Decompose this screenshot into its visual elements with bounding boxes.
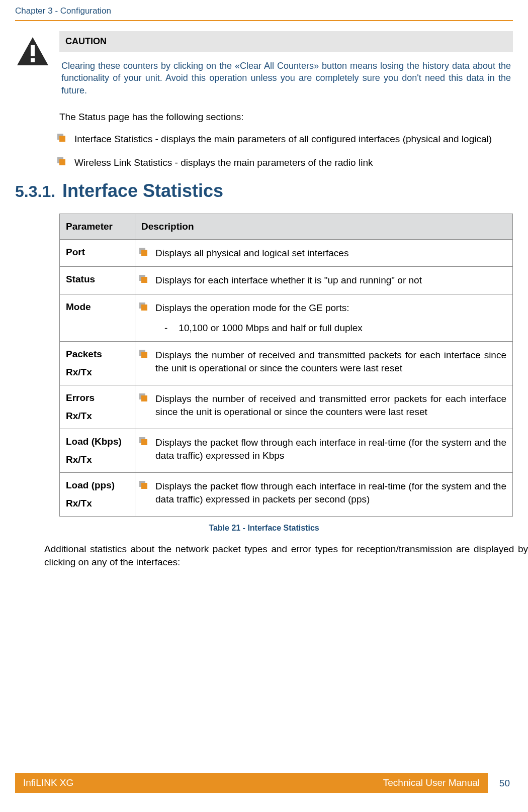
table-caption: Table 21 - Interface Statistics [0, 524, 528, 533]
footer-bar: InfiLINK XG Technical User Manual [15, 773, 488, 793]
param-cell: Load (Kbps)Rx/Tx [60, 429, 135, 473]
page-number: 50 [499, 778, 510, 789]
section-title: Interface Statistics [62, 180, 223, 201]
desc-cell: Displays all physical and logical set in… [135, 239, 513, 267]
section-number: 5.3.1. [15, 182, 62, 201]
caution-icon [15, 35, 50, 70]
param-cell: Port [60, 239, 135, 267]
desc-cell: Displays the packet flow through each in… [135, 429, 513, 473]
bullet-icon [141, 483, 147, 489]
bullet-icon [59, 159, 65, 165]
param-cell: Status [60, 267, 135, 294]
desc-cell: Displays the operation mode for the GE p… [135, 294, 513, 342]
table-header-parameter: Parameter [60, 214, 135, 239]
table-row: Load (Kbps)Rx/TxDisplays the packet flow… [60, 429, 513, 473]
bullet-item: Wireless Link Statistics - displays the … [59, 156, 513, 169]
table-row: StatusDisplays for each interface whethe… [60, 267, 513, 294]
caution-label: CAUTION [59, 31, 513, 52]
table-row: ModeDisplays the operation mode for the … [60, 294, 513, 342]
table-header-description: Description [135, 214, 513, 239]
bullet-item: Interface Statistics - displays the main… [59, 133, 513, 146]
caution-block: CAUTION Clearing these counters by click… [15, 31, 513, 98]
bullet-icon [141, 439, 147, 445]
bullet-icon [141, 352, 147, 358]
table-row: PortDisplays all physical and logical se… [60, 239, 513, 267]
bullet-text: Interface Statistics - displays the main… [74, 133, 492, 146]
table-row: PacketsRx/TxDisplays the number of recei… [60, 342, 513, 385]
footer-right: Technical User Manual [383, 777, 480, 788]
closing-text: Additional statistics about the network … [44, 543, 528, 568]
svg-rect-1 [31, 45, 35, 56]
param-cell: Load (pps)Rx/Tx [60, 473, 135, 517]
intro-lead: The Status page has the following sectio… [59, 111, 513, 124]
param-cell: PacketsRx/Tx [60, 342, 135, 385]
param-cell: Mode [60, 294, 135, 342]
intro-bullets: Interface Statistics - displays the main… [59, 133, 513, 169]
caution-text: Clearing these counters by clicking on t… [59, 52, 513, 98]
param-cell: ErrorsRx/Tx [60, 385, 135, 429]
bullet-icon [141, 277, 147, 283]
desc-cell: Displays the packet flow through each in… [135, 473, 513, 517]
bullet-icon [141, 304, 147, 311]
bullet-icon [59, 136, 65, 142]
interface-statistics-table: Parameter Description PortDisplays all p… [59, 214, 513, 517]
footer-left: InfiLINK XG [23, 777, 73, 788]
desc-cell: Displays for each interface whether it i… [135, 267, 513, 294]
desc-cell: Displays the number of received and tran… [135, 385, 513, 429]
bullet-icon [141, 250, 147, 256]
svg-rect-2 [31, 58, 35, 62]
table-row: ErrorsRx/TxDisplays the number of receiv… [60, 385, 513, 429]
bullet-icon [141, 395, 147, 401]
desc-cell: Displays the number of received and tran… [135, 342, 513, 385]
table-row: Load (pps)Rx/TxDisplays the packet flow … [60, 473, 513, 517]
page-header: Chapter 3 - Configuration [0, 0, 528, 19]
bullet-text: Wireless Link Statistics - displays the … [74, 156, 373, 169]
section-heading: 5.3.1. Interface Statistics [15, 180, 528, 201]
